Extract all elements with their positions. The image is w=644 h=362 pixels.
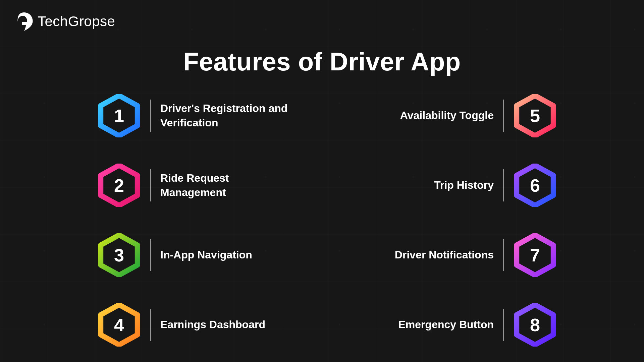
features-column-right: 5Availability Toggle 6Trip History 7Driv…	[395, 90, 557, 349]
hexagon-icon: 2	[97, 164, 141, 207]
features-grid: 1Driver's Registration and Verification …	[0, 90, 644, 362]
feature-label: Availability Toggle	[400, 108, 494, 123]
feature-item: 6Trip History	[395, 164, 557, 207]
hexagon-icon: 8	[513, 303, 557, 347]
feature-item: 2Ride Request Management	[97, 164, 288, 207]
feature-number: 7	[513, 233, 557, 277]
feature-item: 3In-App Navigation	[97, 233, 288, 277]
hexagon-icon: 1	[97, 94, 141, 137]
divider	[503, 309, 504, 341]
feature-item: 8Emergency Button	[395, 303, 557, 347]
feature-number: 2	[97, 164, 141, 207]
page-title: Features of Driver App	[0, 47, 644, 76]
hexagon-icon: 6	[513, 164, 557, 207]
divider	[150, 239, 151, 271]
divider	[150, 309, 151, 341]
hexagon-icon: 7	[513, 233, 557, 277]
feature-number: 6	[513, 164, 557, 207]
feature-number: 3	[97, 233, 141, 277]
feature-label: In-App Navigation	[160, 248, 252, 262]
divider	[150, 100, 151, 132]
feature-label: Earnings Dashboard	[160, 317, 265, 332]
divider	[503, 169, 504, 201]
feature-label: Emergency Button	[398, 317, 494, 332]
divider	[150, 169, 151, 201]
hexagon-icon: 4	[97, 303, 141, 347]
hexagon-icon: 3	[97, 233, 141, 277]
brand-logo: TechGropse	[13, 11, 115, 32]
brand-mark-icon	[13, 11, 35, 32]
hexagon-icon: 5	[513, 94, 557, 137]
feature-label: Ride Request Management	[160, 171, 288, 200]
feature-number: 8	[513, 303, 557, 347]
feature-label: Driver Notifications	[395, 248, 494, 262]
brand-name: TechGropse	[38, 13, 115, 29]
feature-label: Trip History	[434, 178, 494, 192]
divider	[503, 239, 504, 271]
feature-item: 1Driver's Registration and Verification	[97, 94, 288, 137]
feature-item: 4Earnings Dashboard	[97, 303, 288, 347]
divider	[503, 100, 504, 132]
features-column-left: 1Driver's Registration and Verification …	[97, 90, 288, 349]
feature-number: 5	[513, 94, 557, 137]
feature-item: 5Availability Toggle	[395, 94, 557, 137]
feature-number: 1	[97, 94, 141, 137]
feature-item: 7Driver Notifications	[395, 233, 557, 277]
feature-label: Driver's Registration and Verification	[160, 101, 288, 130]
feature-number: 4	[97, 303, 141, 347]
